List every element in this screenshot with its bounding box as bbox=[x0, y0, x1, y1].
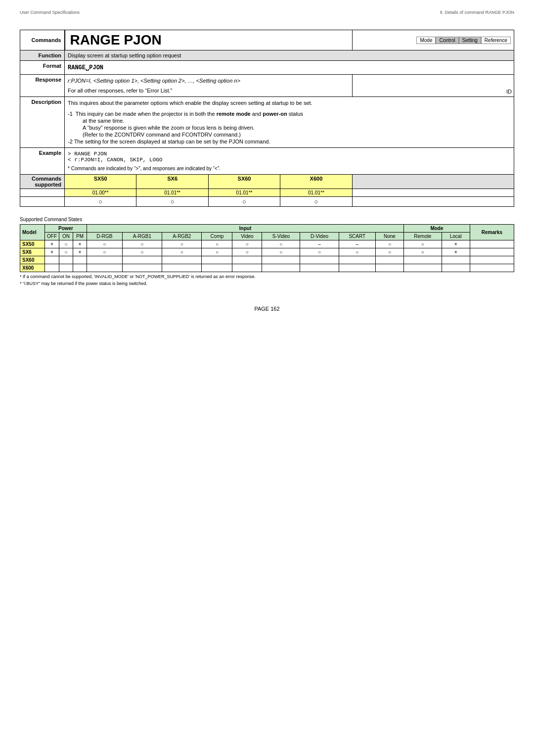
table-row: SX60 bbox=[20, 256, 514, 264]
sx50-video: ○ bbox=[232, 240, 262, 248]
description-note3: (Refer to the ZCONTDRV command and FCONT… bbox=[83, 132, 511, 138]
states-header-sub: OFF ON PM D-RGB A-RGB1 A-RGB2 Comp Video… bbox=[20, 233, 514, 240]
states-section-title: Supported Command States bbox=[20, 217, 514, 222]
sx50-model: SX50 bbox=[20, 240, 45, 248]
sx60-scart bbox=[339, 256, 375, 264]
sx6-scart: ○ bbox=[339, 248, 375, 256]
footnote1: * If a command cannot be supported, 'INV… bbox=[20, 274, 514, 279]
example-line1: > RANGE PJON bbox=[68, 151, 511, 157]
sx50-circle: ○ bbox=[65, 197, 136, 207]
sx6-argb1: ○ bbox=[122, 248, 162, 256]
supported-header-row: Commands supported SX50 SX6 SX60 X600 bbox=[20, 175, 514, 189]
table-row: SX6 × ○ × ○ ○ ○ ○ ○ ○ ○ ○ ○ ○ × bbox=[20, 248, 514, 256]
sx6-remarks bbox=[470, 248, 514, 256]
description-label: Description bbox=[20, 97, 65, 148]
x600-model: X600 bbox=[20, 264, 45, 272]
empty-circ bbox=[352, 197, 514, 207]
empty-header bbox=[352, 175, 514, 189]
x600-remarks bbox=[470, 264, 514, 272]
col-local: Local bbox=[442, 233, 470, 240]
sx50-comp: ○ bbox=[202, 240, 232, 248]
x600-version: 01.01** bbox=[280, 189, 353, 197]
x600-comp bbox=[202, 264, 232, 272]
function-row: Function Display screen at startup setti… bbox=[20, 50, 514, 61]
response-line1: r:PJON=I, <Setting option 1>, <Setting o… bbox=[68, 78, 349, 84]
states-table: Model Power Input Mode Remarks OFF ON PM… bbox=[20, 224, 514, 272]
x600-circle: ○ bbox=[280, 197, 353, 207]
sx6-pm: × bbox=[73, 248, 87, 256]
command-title-cell: RANGE PJON bbox=[65, 30, 353, 50]
col-argb2: A-RGB2 bbox=[162, 233, 202, 240]
sx60-dvideo bbox=[300, 256, 339, 264]
format-row: Format RANGE␣PJON bbox=[20, 61, 514, 75]
sx60-pm bbox=[73, 256, 87, 264]
states-header-top: Model Power Input Mode Remarks bbox=[20, 225, 514, 233]
x600-dvideo bbox=[300, 264, 339, 272]
sx60-argb1 bbox=[122, 256, 162, 264]
x600-on bbox=[59, 264, 73, 272]
tab-control: Control bbox=[436, 37, 458, 44]
description-content: This inquires about the parameter option… bbox=[65, 97, 514, 148]
example-row: Example > RANGE PJON < r:PJON=I, CANON, … bbox=[20, 148, 514, 175]
note1-text: -1 This inquiry can be made when the pro… bbox=[68, 111, 303, 117]
sx60-comp bbox=[202, 256, 232, 264]
col-argb1: A-RGB1 bbox=[122, 233, 162, 240]
sx50-argb1: ○ bbox=[122, 240, 162, 248]
commands-label: Commands bbox=[20, 30, 65, 50]
header-left: User Command Specifications bbox=[20, 10, 80, 15]
table-row: SX50 × ○ × ○ ○ ○ ○ ○ ○ – – ○ ○ × bbox=[20, 240, 514, 248]
sx6-svideo: ○ bbox=[262, 248, 300, 256]
col-dvideo: D-Video bbox=[300, 233, 339, 240]
sx6-circle: ○ bbox=[136, 197, 208, 207]
version-label bbox=[20, 189, 65, 197]
format-text: RANGE␣PJON bbox=[65, 61, 514, 75]
col-video: Video bbox=[232, 233, 262, 240]
sx50-argb2: ○ bbox=[162, 240, 202, 248]
main-command-table: Commands RANGE PJON Mode Control Setting… bbox=[20, 30, 514, 207]
sx6-remote: ○ bbox=[404, 248, 442, 256]
example-label: Example bbox=[20, 148, 65, 175]
col-scart: SCART bbox=[339, 233, 375, 240]
sx6-on: ○ bbox=[59, 248, 73, 256]
function-label: Function bbox=[20, 50, 65, 61]
x600-video bbox=[232, 264, 262, 272]
col-pm: PM bbox=[73, 233, 87, 240]
response-content: r:PJON=I, <Setting option 1>, <Setting o… bbox=[65, 75, 353, 97]
sx6-none: ○ bbox=[375, 248, 403, 256]
sx60-off bbox=[45, 256, 59, 264]
sx6-off: × bbox=[45, 248, 59, 256]
response-line2: For all other responses, refer to “Error… bbox=[68, 88, 349, 94]
col-input: Input bbox=[87, 225, 404, 233]
circles-row: ○ ○ ○ ○ bbox=[20, 197, 514, 207]
title-row: Commands RANGE PJON Mode Control Setting… bbox=[20, 30, 514, 50]
supported-label: Commands supported bbox=[20, 175, 65, 189]
sx60-svideo bbox=[262, 256, 300, 264]
x600-drgb bbox=[87, 264, 123, 272]
sx6-video: ○ bbox=[232, 248, 262, 256]
sx60-local bbox=[442, 256, 470, 264]
col-remote: Remote bbox=[404, 233, 442, 240]
x600-remote bbox=[404, 264, 442, 272]
sx6-comp: ○ bbox=[202, 248, 232, 256]
x600-argb2 bbox=[162, 264, 202, 272]
col-svideo: S-Video bbox=[262, 233, 300, 240]
col-drgb: D-RGB bbox=[87, 233, 123, 240]
x600-svideo bbox=[262, 264, 300, 272]
sx60-header: SX60 bbox=[208, 175, 280, 189]
sx6-drgb: ○ bbox=[87, 248, 123, 256]
example-line2: < r:PJON=I, CANON, SKIP, LOGO bbox=[68, 157, 511, 163]
sx60-argb2 bbox=[162, 256, 202, 264]
col-mode: Mode bbox=[404, 225, 470, 233]
response-id: ID bbox=[352, 75, 514, 97]
sx60-drgb bbox=[87, 256, 123, 264]
description-note1b: at the same time. bbox=[83, 118, 511, 124]
empty-ver bbox=[352, 189, 514, 197]
x600-none bbox=[375, 264, 403, 272]
col-comp: Comp bbox=[202, 233, 232, 240]
x600-scart bbox=[339, 264, 375, 272]
sx50-dvideo: – bbox=[300, 240, 339, 248]
col-on: ON bbox=[59, 233, 73, 240]
format-mono: RANGE␣PJON bbox=[68, 64, 103, 71]
col-off: OFF bbox=[45, 233, 59, 240]
example-note: * Commands are indicated by “>”, and res… bbox=[68, 166, 511, 171]
